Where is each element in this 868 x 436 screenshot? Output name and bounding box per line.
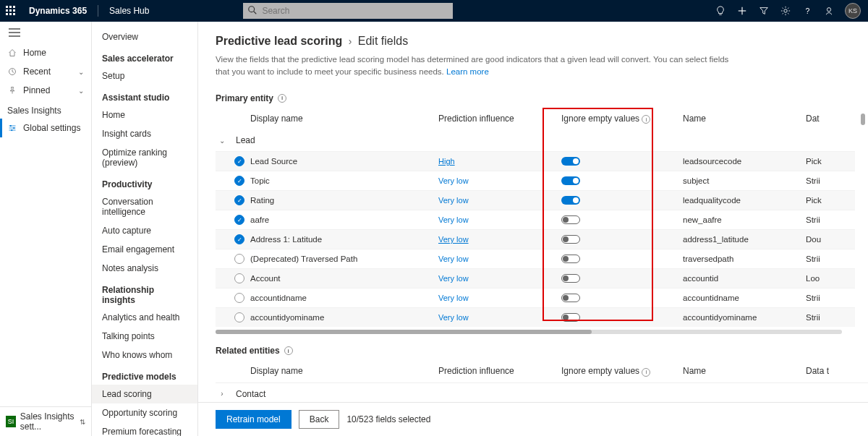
ignore-toggle[interactable]	[561, 176, 580, 185]
ignore-toggle[interactable]	[561, 274, 580, 283]
plus-icon[interactable]	[736, 5, 748, 17]
svg-point-25	[11, 129, 12, 131]
learn-more-link[interactable]: Learn more	[446, 67, 489, 76]
nav-home[interactable]: Home	[0, 43, 91, 62]
svg-point-15	[827, 8, 830, 12]
ignore-toggle[interactable]	[561, 196, 580, 205]
row-checkbox[interactable]: ✓	[234, 215, 244, 225]
table-row: ✓TopicVery lowsubjectStrii	[216, 171, 855, 190]
side-optimize[interactable]: Optimize ranking (preview)	[92, 143, 197, 172]
ignore-toggle[interactable]	[561, 313, 580, 322]
col-data[interactable]: Data t	[806, 366, 868, 377]
table-row: ✓RatingVery lowleadqualitycodePick	[216, 190, 855, 210]
retrain-button[interactable]: Retrain model	[216, 410, 292, 429]
vertical-scrollbar[interactable]	[861, 114, 865, 125]
col-display[interactable]: Display name	[250, 366, 438, 377]
main-area: Predictive lead scoring › Edit fields Vi…	[198, 22, 868, 436]
side-lead[interactable]: Lead scoring	[92, 385, 197, 403]
side-insight[interactable]: Insight cards	[92, 124, 197, 143]
side-conv[interactable]: Conversation intelligence	[92, 192, 197, 221]
col-ignore[interactable]: Ignore empty values i	[561, 114, 683, 124]
prediction-link[interactable]: Very low	[438, 255, 469, 263]
svg-line-10	[254, 12, 257, 14]
prediction-link[interactable]: Very low	[438, 235, 469, 244]
side-notes[interactable]: Notes analysis	[92, 259, 197, 278]
side-email[interactable]: Email engagement	[92, 240, 197, 259]
prediction-link[interactable]: Very low	[438, 215, 469, 224]
nav-pinned[interactable]: Pinned ⌄	[0, 81, 91, 100]
side-overview[interactable]: Overview	[92, 27, 197, 46]
side-section: Assistant studio	[92, 85, 197, 106]
svg-rect-4	[9, 9, 12, 12]
pin-icon	[7, 86, 17, 95]
nav-label: Pinned	[23, 85, 50, 95]
ignore-toggle[interactable]	[561, 215, 580, 224]
side-opp[interactable]: Opportunity scoring	[92, 403, 197, 422]
nav-bottom-selector[interactable]: SI Sales Insights sett... ⇅	[0, 406, 91, 436]
horizontal-scrollbar[interactable]	[216, 330, 842, 334]
col-name[interactable]: Name	[683, 366, 806, 377]
app-launcher-icon[interactable]	[0, 0, 22, 22]
ignore-toggle[interactable]	[561, 294, 580, 302]
side-setup[interactable]: Setup	[92, 67, 197, 85]
col-display[interactable]: Display name	[250, 114, 438, 124]
breadcrumb: Predictive lead scoring › Edit fields	[216, 35, 868, 48]
col-name[interactable]: Name	[683, 114, 806, 124]
side-nav: Overview Sales accelerator Setup Assista…	[92, 22, 198, 436]
related-entities-label: Related entities i	[216, 346, 868, 356]
ignore-toggle[interactable]	[561, 255, 580, 263]
side-talking[interactable]: Talking points	[92, 327, 197, 346]
gear-icon[interactable]	[780, 5, 791, 17]
row-checkbox[interactable]	[234, 254, 244, 264]
assistant-icon[interactable]	[823, 5, 835, 17]
help-icon[interactable]: ?	[801, 5, 813, 17]
row-checkbox[interactable]: ✓	[234, 156, 244, 166]
lightbulb-icon[interactable]	[715, 5, 726, 17]
side-auto[interactable]: Auto capture	[92, 221, 197, 240]
table-row: accountidnameVery lowaccountidnameStrii	[216, 288, 855, 307]
side-analytics[interactable]: Analytics and health	[92, 308, 197, 327]
avatar[interactable]: KS	[845, 3, 861, 19]
row-checkbox[interactable]	[234, 293, 244, 303]
nav-recent[interactable]: Recent ⌄	[0, 62, 91, 81]
filter-icon[interactable]	[758, 5, 770, 17]
col-prediction[interactable]: Prediction influence	[438, 366, 561, 377]
table-row: ✓Lead SourceHighleadsourcecodePick	[216, 151, 855, 171]
prediction-link[interactable]: Very low	[438, 313, 469, 322]
side-premium[interactable]: Premium forecasting	[92, 422, 197, 436]
ignore-toggle[interactable]	[561, 235, 580, 244]
prediction-link[interactable]: Very low	[438, 294, 469, 302]
info-icon[interactable]: i	[278, 94, 286, 103]
side-home[interactable]: Home	[92, 106, 197, 124]
svg-point-23	[10, 125, 12, 127]
group-contact[interactable]: › Contact	[216, 382, 868, 403]
search-input[interactable]	[243, 3, 453, 19]
prediction-link[interactable]: Very low	[438, 176, 469, 185]
row-display: accountidyominame	[250, 313, 438, 322]
col-data[interactable]: Dat	[806, 114, 855, 124]
info-icon[interactable]: i	[284, 346, 293, 355]
row-checkbox[interactable]: ✓	[234, 234, 244, 244]
side-who[interactable]: Who knows whom	[92, 346, 197, 364]
prediction-link[interactable]: High	[438, 157, 455, 166]
ignore-toggle[interactable]	[561, 157, 580, 166]
row-checkbox[interactable]: ✓	[234, 176, 244, 186]
row-checkbox[interactable]: ✓	[234, 195, 244, 205]
left-nav: Home Recent ⌄ Pinned ⌄ Sales Insights Gl…	[0, 22, 92, 436]
hamburger-icon[interactable]	[0, 22, 91, 43]
svg-rect-0	[6, 6, 8, 8]
group-lead[interactable]: ⌄ Lead	[216, 129, 855, 151]
prediction-link[interactable]: Very low	[438, 196, 469, 205]
nav-global-settings[interactable]: Global settings	[0, 119, 91, 137]
svg-rect-7	[9, 13, 12, 15]
col-ignore[interactable]: Ignore empty values i	[561, 366, 683, 377]
col-prediction[interactable]: Prediction influence	[438, 114, 561, 124]
prediction-link[interactable]: Very low	[438, 274, 469, 283]
back-button[interactable]: Back	[299, 410, 340, 429]
row-checkbox[interactable]	[234, 312, 244, 322]
breadcrumb-root[interactable]: Predictive lead scoring	[216, 35, 342, 47]
svg-rect-6	[6, 13, 8, 15]
info-icon[interactable]: i	[642, 115, 650, 124]
info-icon[interactable]: i	[642, 368, 650, 377]
row-checkbox[interactable]	[234, 273, 244, 283]
